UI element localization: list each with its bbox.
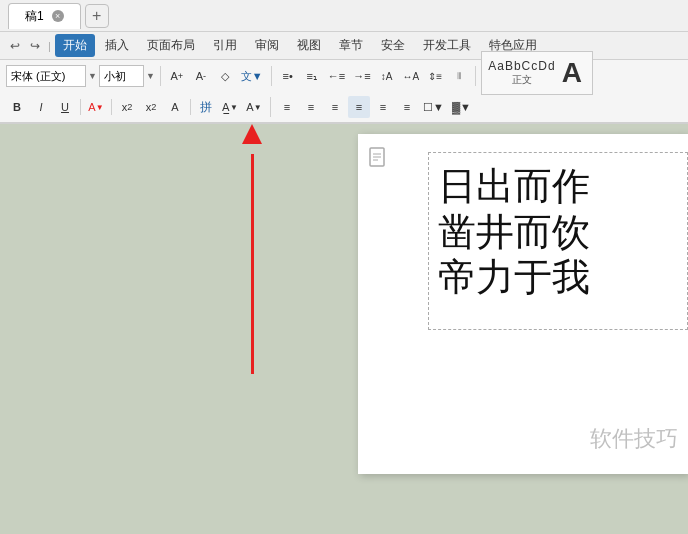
indent-increase-button[interactable]: →≡ <box>350 65 373 87</box>
text-spacing-button[interactable]: ↔A <box>400 65 423 87</box>
font-selector: ▼ ▼ <box>6 65 155 87</box>
sep2 <box>111 99 112 115</box>
ribbon-row2: B I U A▼ x2 x2 A 拼 A̲▼ A▼ ≡ ≡ ≡ ≡ ≡ ≡ ☐▼… <box>0 92 688 122</box>
menu-item-插入[interactable]: 插入 <box>97 34 137 57</box>
align-left-button[interactable]: ≡ <box>276 96 298 118</box>
sep <box>80 99 81 115</box>
tab-close-button[interactable]: × <box>52 10 64 22</box>
menu-item-安全[interactable]: 安全 <box>373 34 413 57</box>
sep4 <box>270 97 271 117</box>
font-color-button[interactable]: A▼ <box>85 96 107 118</box>
separator3 <box>475 66 476 86</box>
menu-item-开发工具[interactable]: 开发工具 <box>415 34 479 57</box>
content-area: 日出而作 凿井而饮 帝力于我 软件技巧 <box>0 124 688 532</box>
undo-button[interactable]: ↩ <box>6 36 24 56</box>
indent-decrease-button[interactable]: ←≡ <box>325 65 348 87</box>
align-center-button[interactable]: ≡ <box>300 96 322 118</box>
shading-button[interactable]: ▓▼ <box>449 96 474 118</box>
sep3 <box>190 99 191 115</box>
menu-item-章节[interactable]: 章节 <box>331 34 371 57</box>
document-page: 日出而作 凿井而饮 帝力于我 软件技巧 <box>358 134 688 474</box>
new-tab-button[interactable]: + <box>85 4 109 28</box>
style-name-label: 正文 <box>488 73 555 87</box>
tab-label: 稿1 <box>25 8 44 25</box>
font-name-input[interactable] <box>6 65 86 87</box>
menu-item-引用[interactable]: 引用 <box>205 34 245 57</box>
list-numbered-button[interactable]: ≡₁ <box>301 65 323 87</box>
document-text-area: 日出而作 凿井而饮 帝力于我 <box>428 154 688 311</box>
paragraph-spacing-button[interactable]: ⇕≡ <box>424 65 446 87</box>
watermark-text: 软件技巧 <box>590 424 678 454</box>
text-line-3: 帝力于我 <box>438 255 678 301</box>
document-tab[interactable]: 稿1 × <box>8 3 81 29</box>
ribbon: ▼ ▼ A+ A- ◇ 文▼ ≡• ≡₁ ←≡ →≡ ↕A ↔A ⇕≡ ⫴ Aa… <box>0 60 688 124</box>
redo-button[interactable]: ↪ <box>26 36 44 56</box>
font-size-input[interactable] <box>99 65 144 87</box>
columns-button[interactable]: ⫴ <box>448 65 470 87</box>
style-normal[interactable]: AaBbCcDd 正文 <box>488 59 555 87</box>
arrow-head <box>242 124 262 144</box>
left-panel <box>0 124 370 532</box>
text-highlight-button[interactable]: A̲▼ <box>219 96 241 118</box>
italic-button[interactable]: I <box>30 96 52 118</box>
styles-panel: AaBbCcDd 正文 A <box>481 51 593 95</box>
font-color2-button[interactable]: A▼ <box>243 96 265 118</box>
list-bullet-button[interactable]: ≡• <box>277 65 299 87</box>
align-distribute-button[interactable]: ≡ <box>372 96 394 118</box>
underline-button[interactable]: U <box>54 96 76 118</box>
text-line-2: 凿井而饮 <box>438 210 678 256</box>
menu-item-页面布局[interactable]: 页面布局 <box>139 34 203 57</box>
font-size-btn2[interactable]: A <box>164 96 186 118</box>
superscript-button[interactable]: x2 <box>116 96 138 118</box>
align-justify-button[interactable]: ≡ <box>348 96 370 118</box>
align-right-button[interactable]: ≡ <box>324 96 346 118</box>
menu-item-审阅[interactable]: 审阅 <box>247 34 287 57</box>
font-name-dropdown-icon[interactable]: ▼ <box>88 71 97 81</box>
ribbon-row1: ▼ ▼ A+ A- ◇ 文▼ ≡• ≡₁ ←≡ →≡ ↕A ↔A ⇕≡ ⫴ Aa… <box>0 60 688 92</box>
arrow-line <box>251 154 254 374</box>
menu-item-视图[interactable]: 视图 <box>289 34 329 57</box>
big-a-button[interactable]: A <box>558 57 586 89</box>
menu-item-开始[interactable]: 开始 <box>55 34 95 57</box>
spell-button[interactable]: 拼 <box>195 96 217 118</box>
separator <box>160 66 161 86</box>
sort-button[interactable]: ↕A <box>376 65 398 87</box>
separator2 <box>271 66 272 86</box>
bold-button[interactable]: B <box>6 96 28 118</box>
style-preview-text: AaBbCcDd <box>488 59 555 73</box>
clear-format-button[interactable]: ◇ <box>214 65 236 87</box>
border-button[interactable]: ☐▼ <box>420 96 447 118</box>
subscript-button[interactable]: x2 <box>140 96 162 118</box>
increase-font-button[interactable]: A+ <box>166 65 188 87</box>
font-options-button[interactable]: 文▼ <box>238 65 266 87</box>
font-size-dropdown-icon[interactable]: ▼ <box>146 71 155 81</box>
align-extra-button[interactable]: ≡ <box>396 96 418 118</box>
text-line-1: 日出而作 <box>438 164 678 210</box>
arrow-container <box>242 124 262 384</box>
decrease-font-button[interactable]: A- <box>190 65 212 87</box>
title-bar: 稿1 × + <box>0 0 688 32</box>
document-icon <box>368 146 390 175</box>
